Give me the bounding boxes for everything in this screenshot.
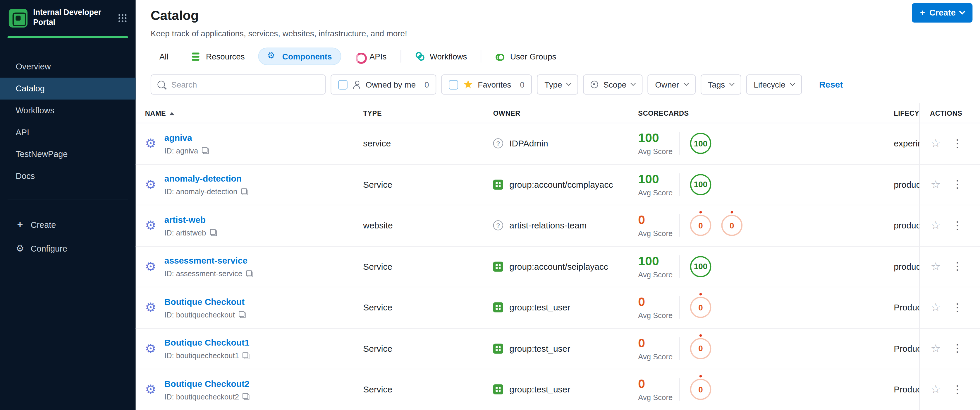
favorite-star-icon[interactable]: ☆ xyxy=(931,302,940,313)
favorite-star-icon[interactable]: ☆ xyxy=(931,343,940,354)
copy-icon[interactable] xyxy=(239,311,245,318)
tab-icon xyxy=(267,51,277,61)
tab-label: APIs xyxy=(369,51,387,61)
owned-by-me-label: Owned by me xyxy=(366,80,416,89)
column-header-name[interactable]: NAME xyxy=(145,104,363,123)
lifecycle-cell: produc xyxy=(894,262,920,271)
tab[interactable] xyxy=(480,50,481,63)
favorite-star-icon[interactable]: ☆ xyxy=(931,220,940,231)
column-header-scorecards[interactable]: SCORECARDS xyxy=(638,104,894,123)
apps-grid-icon[interactable] xyxy=(118,13,127,22)
component-name-link[interactable]: Boutique Checkout2 xyxy=(164,379,250,389)
filter-dropdown[interactable]: Lifecycle xyxy=(746,74,802,94)
copy-icon[interactable] xyxy=(202,147,209,154)
owned-by-me-filter[interactable]: Owned by me 0 xyxy=(331,74,436,94)
reset-filters-button[interactable]: Reset xyxy=(815,79,846,90)
owned-by-me-checkbox[interactable] xyxy=(338,80,348,89)
sidebar-item[interactable]: API xyxy=(0,121,136,144)
tab[interactable]: Workflows xyxy=(406,48,476,65)
component-name-link[interactable]: artist-web xyxy=(164,215,206,225)
favorite-star-icon[interactable]: ☆ xyxy=(931,384,940,395)
tab[interactable]: Resources xyxy=(182,48,254,65)
tab[interactable]: User Groups xyxy=(487,48,565,65)
tab[interactable] xyxy=(400,50,401,63)
filter-dropdown[interactable]: Tags xyxy=(700,74,741,94)
column-header-type[interactable]: TYPE xyxy=(363,104,493,123)
plus-icon: + xyxy=(920,8,925,18)
tab[interactable]: Components xyxy=(259,48,341,65)
kebab-menu-icon[interactable]: ⋮ xyxy=(952,138,963,149)
favorite-star-icon[interactable]: ☆ xyxy=(931,138,940,149)
avg-score-value: 100 xyxy=(638,131,677,145)
component-gear-icon: ⚙ xyxy=(145,260,156,273)
copy-icon[interactable] xyxy=(241,188,248,195)
name-cell: ⚙ artist-web ID: artistweb xyxy=(145,214,363,237)
favorite-star-icon[interactable]: ☆ xyxy=(931,179,940,190)
name-cell: ⚙ assessment-service ID: assessment-serv… xyxy=(145,255,363,278)
copy-icon[interactable] xyxy=(246,270,253,278)
gear-icon: ⚙ xyxy=(16,243,24,254)
component-name-link[interactable]: Boutique Checkout xyxy=(164,297,245,306)
sidebar-configure-button[interactable]: ⚙ Configure xyxy=(0,237,136,260)
kebab-menu-icon[interactable]: ⋮ xyxy=(952,343,963,354)
component-id: ID: boutiquecheckout2 xyxy=(164,392,239,401)
person-icon xyxy=(353,81,361,89)
sidebar-item[interactable]: Docs xyxy=(0,166,136,187)
component-name-link[interactable]: Boutique Checkout1 xyxy=(164,338,250,348)
filter-dropdown[interactable]: Type xyxy=(537,74,578,94)
filter-dropdown[interactable]: Owner xyxy=(648,74,695,94)
favorites-count: 0 xyxy=(520,80,524,89)
column-header-owner[interactable]: OWNER xyxy=(493,104,638,123)
type-cell: Service xyxy=(363,180,493,190)
search-input[interactable] xyxy=(170,79,318,89)
sidebar-item[interactable]: Workflows xyxy=(0,100,136,121)
page-header: Catalog Keep track of applications, serv… xyxy=(136,0,980,38)
kebab-menu-icon[interactable]: ⋮ xyxy=(952,261,963,272)
component-id: ID: assessment-service xyxy=(164,270,242,278)
component-id-line: ID: boutiquecheckout xyxy=(164,310,245,319)
favorites-checkbox[interactable] xyxy=(449,80,458,89)
type-cell: Service xyxy=(363,262,493,271)
sidebar-item[interactable]: Overview xyxy=(0,56,136,78)
column-header-lifecycle[interactable]: LIFECYC xyxy=(894,104,920,123)
filter-dropdown-label: Lifecycle xyxy=(754,80,786,89)
favorites-filter[interactable]: Favorites 0 xyxy=(441,74,532,94)
filter-icon xyxy=(591,81,598,88)
page-title: Catalog xyxy=(151,8,965,23)
sidebar-create-button[interactable]: + Create xyxy=(0,213,136,237)
tab[interactable]: All xyxy=(151,49,177,64)
copy-icon[interactable] xyxy=(243,393,250,400)
owner-cell: group:test_user xyxy=(493,384,638,394)
avg-score-block: 0 Avg Score xyxy=(638,336,677,361)
actions-cell: ☆ ⋮ xyxy=(920,287,980,328)
copy-icon[interactable] xyxy=(243,352,250,359)
app: Internal Developer Portal Overview Catal… xyxy=(0,0,980,410)
component-name-link[interactable]: anomaly-detection xyxy=(164,174,242,183)
component-id: ID: anomaly-detection xyxy=(164,187,237,196)
sidebar-item[interactable]: Catalog xyxy=(0,78,136,100)
alert-dot xyxy=(700,211,702,214)
kebab-menu-icon[interactable]: ⋮ xyxy=(952,302,963,313)
component-name-link[interactable]: agniva xyxy=(164,132,192,143)
owner-name: group:test_user xyxy=(509,303,570,313)
kebab-menu-icon[interactable]: ⋮ xyxy=(952,384,963,395)
actions-cell: ☆ ⋮ xyxy=(920,205,980,246)
owner-name: IDPAdmin xyxy=(509,139,548,148)
filter-dropdown[interactable]: Scope xyxy=(583,74,643,94)
tab[interactable]: APIs xyxy=(346,48,396,65)
tab-label: Components xyxy=(282,51,332,61)
kebab-menu-icon[interactable]: ⋮ xyxy=(952,220,963,231)
favorite-star-icon[interactable]: ☆ xyxy=(931,261,940,272)
type-cell: service xyxy=(363,139,493,148)
kebab-menu-icon[interactable]: ⋮ xyxy=(952,179,963,190)
create-button[interactable]: + Create xyxy=(912,3,972,22)
component-name-link[interactable]: assessment-service xyxy=(164,256,248,266)
sidebar-item[interactable]: TestNewPage xyxy=(0,144,136,166)
sidebar: Internal Developer Portal Overview Catal… xyxy=(0,0,136,410)
tab-icon xyxy=(354,51,364,61)
sidebar-item-label: API xyxy=(16,128,29,137)
alert-dot xyxy=(700,293,702,296)
copy-icon[interactable] xyxy=(210,229,217,236)
type-cell: Service xyxy=(363,384,493,394)
avg-score-block: 0 Avg Score xyxy=(638,213,677,238)
